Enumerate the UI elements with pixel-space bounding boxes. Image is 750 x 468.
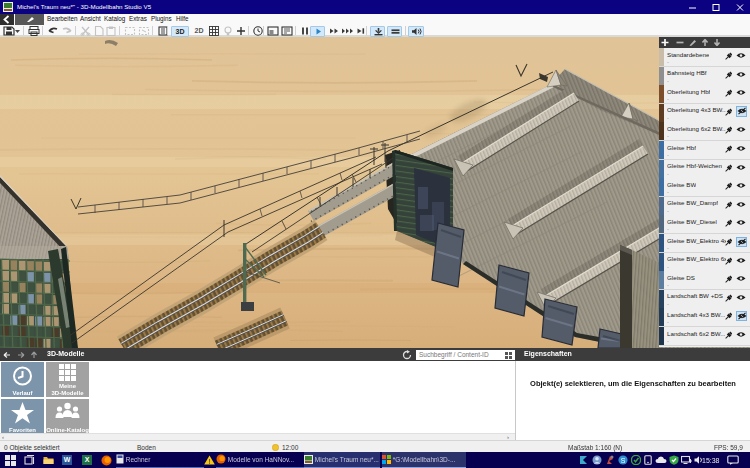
svg-text:S: S [621,457,626,464]
svg-text:!: ! [209,458,211,465]
